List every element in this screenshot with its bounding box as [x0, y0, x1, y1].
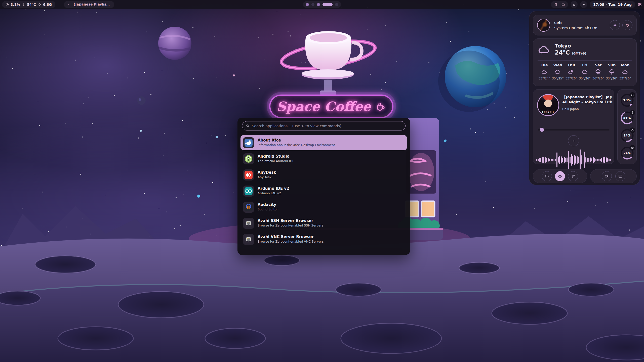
track-title-line2: All Night - Tokyo LoFi Chill...	[562, 100, 612, 105]
power-profile-speedometer[interactable]	[542, 171, 552, 181]
visualizer-bar	[571, 154, 572, 166]
visualizer-bar	[603, 157, 604, 163]
gauge-thermometer: 54°C	[620, 111, 634, 125]
forecast-temps: 33°/24°	[538, 77, 550, 80]
visualizer-bar	[538, 159, 539, 161]
visualizer-bar	[588, 158, 589, 162]
notifications-button[interactable]	[571, 1, 578, 8]
forecast-temps: 33°/26°	[606, 77, 618, 80]
app-name: Arduino IDE v2	[258, 186, 289, 191]
app-description: Arduino IDE v2	[258, 191, 289, 196]
seek-bar[interactable]	[538, 128, 610, 132]
forecast-tue: Tue33°/24°	[538, 63, 551, 80]
seek-track	[538, 129, 610, 130]
workspace-5-empty[interactable]	[335, 3, 338, 6]
user-card: seb System Uptime: 4h11m	[533, 15, 637, 35]
app-name: About Xfce	[258, 138, 335, 143]
seek-knob[interactable]	[540, 128, 544, 132]
app-name: Avahi SSH Server Browser	[258, 218, 323, 223]
control-panel: seb System Uptime: 4h11m Tokyo 24°C (GMT…	[529, 11, 640, 185]
visualizer-bar	[568, 151, 569, 169]
visualizer-bar	[601, 158, 602, 162]
divider	[538, 60, 632, 61]
visualizer-bar	[584, 152, 585, 168]
phone-link-icon[interactable]	[554, 3, 558, 7]
forecast-day: Tue	[541, 63, 548, 67]
visualizer-bar	[570, 157, 571, 163]
workspace-indicator[interactable]	[303, 1, 341, 8]
tray-pill	[551, 1, 568, 8]
power-button[interactable]	[622, 20, 632, 30]
weather-timezone: (GMT+9)	[572, 52, 586, 55]
app-row-android-studio[interactable]: Android StudioThe official Android IDE	[240, 151, 407, 166]
workspace-3-occupied[interactable]	[317, 3, 320, 6]
visualizer-bar	[553, 159, 554, 161]
power-profiles-card	[533, 169, 587, 183]
visualizer-bar	[539, 158, 540, 162]
now-playing-label: 【Japanese Playlist】 J...	[72, 2, 111, 7]
workspace-2-empty[interactable]	[311, 3, 314, 6]
small-moon	[137, 96, 146, 105]
visualizer-bar	[558, 157, 559, 163]
arduino-app-icon	[243, 186, 254, 197]
clock-pill[interactable]: 17:09 - Tue, 19 Aug	[590, 1, 635, 8]
anydesk-app-icon	[243, 169, 254, 180]
now-playing-pill[interactable]: 【Japanese Playlist】 J...	[64, 1, 114, 8]
cloud-icon	[622, 69, 628, 75]
workspace-4-active[interactable]	[323, 3, 333, 6]
visualizer-bar	[604, 157, 605, 163]
dashboard-icon[interactable]	[638, 3, 642, 7]
pause-button[interactable]	[568, 135, 579, 146]
app-description: Browse for Zeroconf-enabled VNC Servers	[258, 240, 324, 244]
visualizer-bar	[587, 158, 588, 162]
visualizer-bar	[561, 156, 562, 163]
search-box[interactable]	[242, 121, 406, 130]
forecast-day: Wed	[553, 63, 562, 67]
volume-button[interactable]	[580, 1, 587, 8]
username: seb	[554, 21, 597, 25]
visualizer-bar	[585, 157, 586, 163]
search-input[interactable]	[252, 124, 402, 128]
track-title-line1: 【Japanese Playlist】 Japan	[562, 95, 612, 100]
visualizer-bar	[536, 159, 537, 161]
app-row-about-xfce[interactable]: About XfceInformation about the Xfce Des…	[240, 135, 407, 150]
visualizer-bar	[593, 157, 594, 163]
stat-speedometer: 3.1%	[6, 3, 20, 7]
settings-button[interactable]	[610, 20, 620, 30]
visualizer-bar	[609, 159, 610, 161]
forecast-temps: 36°/26°	[592, 77, 604, 80]
visualizer-bar	[548, 158, 549, 162]
power-profile-leaf[interactable]	[568, 171, 578, 181]
gauge-disk: 24%	[620, 146, 634, 160]
visualizer-bar	[606, 157, 607, 162]
album-art: TOKYO L	[537, 94, 559, 116]
forecast-temps: 33°/26°	[619, 77, 631, 80]
app-row-anydesk[interactable]: AnyDeskAnyDesk	[240, 167, 407, 183]
app-row-arduino-ide-v2[interactable]: Arduino IDE v2Arduino IDE v2	[240, 183, 407, 199]
chip-icon	[630, 127, 635, 133]
app-row-avahi-ssh-server-browser[interactable]: Avahi SSH Server BrowserBrowse for Zeroc…	[240, 215, 407, 231]
forecast-mon: Mon33°/26°	[618, 63, 632, 80]
visualizer-bar	[610, 159, 611, 161]
power-profile-scales-active[interactable]	[555, 171, 565, 181]
video-capture-button[interactable]	[602, 171, 612, 181]
forecast-day: Mon	[621, 63, 630, 67]
xfce-app-icon	[243, 137, 254, 148]
thermometer-icon	[630, 110, 635, 115]
wallpaper-icon[interactable]	[561, 3, 565, 7]
gauge-chip: 14%	[620, 128, 634, 143]
forecast-day: Thu	[568, 63, 575, 67]
visualizer-bar	[564, 157, 565, 163]
visualizer-bar	[542, 157, 543, 163]
image-capture-button[interactable]	[615, 171, 625, 181]
app-name: Audacity	[258, 202, 278, 207]
app-row-audacity[interactable]: AudacitySound Editor	[240, 199, 407, 215]
forecast-sun: Sun33°/26°	[605, 63, 619, 80]
avatar	[537, 19, 550, 32]
visualizer-bar	[580, 149, 581, 170]
visualizer-bar	[552, 159, 553, 161]
workspace-1-occupied[interactable]	[306, 3, 309, 6]
system-stats-pill[interactable]: 3.1%54°C6.8G	[2, 1, 55, 8]
app-row-avahi-vnc-server-browser[interactable]: Avahi VNC Server BrowserBrowse for Zeroc…	[240, 232, 407, 247]
weather-temp: 24°C	[555, 49, 570, 56]
